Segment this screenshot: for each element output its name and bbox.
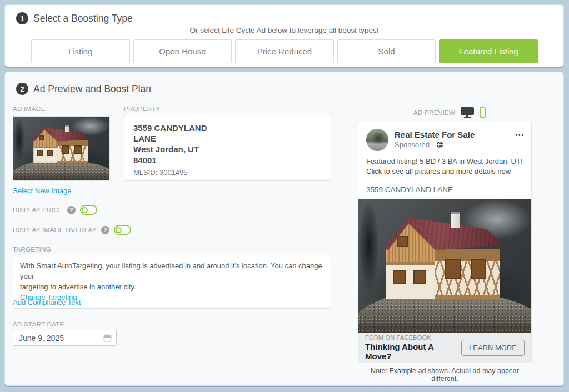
thumb-house-illustration bbox=[33, 129, 88, 163]
globe-icon bbox=[436, 141, 443, 148]
ad-preview-note: Note: Example ad shown. Actual ad may ap… bbox=[358, 367, 532, 383]
ad-start-date-field-wrap bbox=[13, 330, 117, 346]
property-label: PROPERTY bbox=[124, 105, 160, 112]
sponsored-text: Sponsored · bbox=[395, 140, 434, 149]
toggle-knob bbox=[116, 227, 122, 233]
ad-card-header: Real Estate For Sale Sponsored · ••• bbox=[358, 122, 531, 151]
ad-preview-label: AD PREVIEW bbox=[413, 109, 455, 116]
calendar-icon[interactable] bbox=[103, 334, 112, 342]
creative-house-illustration bbox=[386, 222, 500, 299]
targeting-description: With Smart AutoTargeting, your listing i… bbox=[20, 261, 324, 293]
boost-type-button[interactable]: Featured Listing bbox=[439, 39, 538, 63]
advertiser-avatar bbox=[366, 129, 388, 151]
ad-image-thumbnail bbox=[13, 116, 110, 181]
ad-form-headline: Thinking About A Move? bbox=[365, 342, 461, 361]
display-price-label: DISPLAY PRICE bbox=[13, 207, 63, 213]
advertiser-page-name: Real Estate For Sale bbox=[395, 129, 515, 139]
add-compliance-text-link[interactable]: Add Compliance Text bbox=[13, 298, 81, 306]
boost-type-buttons: ListingOpen HousePrice ReducedSoldFeatur… bbox=[31, 39, 538, 63]
sponsored-line: Sponsored · bbox=[395, 140, 515, 149]
property-address: 3559 CANDYLAND LANE West Jordan, UT 8400… bbox=[133, 123, 322, 165]
step1-title: Select a Boosting Type bbox=[33, 13, 133, 24]
ad-start-date-input[interactable] bbox=[19, 334, 103, 343]
form-on-facebook-label: FORM ON FACEBOOK bbox=[365, 334, 461, 341]
display-image-overlay-label: DISPLAY IMAGE OVERLAY bbox=[13, 227, 97, 233]
boosting-subtitle: Or select Life Cycle Ad below to leverag… bbox=[5, 26, 563, 34]
toggle-knob bbox=[82, 207, 88, 213]
ad-start-date-field[interactable] bbox=[13, 330, 117, 346]
display-image-overlay-row: DISPLAY IMAGE OVERLAY ? bbox=[13, 225, 131, 235]
ad-preview-header: AD PREVIEW bbox=[413, 107, 486, 118]
step2-header: 2 Ad Preview and Boost Plan bbox=[16, 83, 151, 95]
ad-body-text: Featured listing! 5 BD / 3 BA in West Jo… bbox=[358, 151, 531, 177]
property-box: 3559 CANDYLAND LANE West Jordan, UT 8400… bbox=[124, 115, 331, 181]
ad-image-label: AD IMAGE bbox=[13, 105, 46, 112]
display-price-toggle[interactable] bbox=[80, 205, 97, 215]
boost-type-button[interactable]: Open House bbox=[133, 39, 232, 63]
display-price-help-icon[interactable]: ? bbox=[67, 206, 76, 214]
boost-type-button[interactable]: Price Reduced bbox=[235, 39, 334, 63]
display-image-overlay-toggle[interactable] bbox=[114, 225, 131, 235]
facebook-ad-card: Real Estate For Sale Sponsored · ••• Fea… bbox=[358, 122, 532, 363]
ad-footer-bar: FORM ON FACEBOOK Thinking About A Move? … bbox=[358, 333, 531, 363]
ad-preview-boost-plan-panel: 2 Ad Preview and Boost Plan AD IMAGE Sel… bbox=[4, 72, 564, 386]
boost-type-button[interactable]: Sold bbox=[337, 39, 436, 63]
display-price-row: DISPLAY PRICE ? bbox=[13, 205, 97, 215]
ad-creative-image bbox=[358, 199, 531, 333]
ad-start-date-label: AD START DATE bbox=[13, 321, 64, 328]
ad-options-menu-icon[interactable]: ••• bbox=[515, 129, 525, 138]
boosting-type-panel: 1 Select a Boosting Type Or select Life … bbox=[4, 4, 564, 67]
select-new-image-link[interactable]: Select New Image bbox=[13, 187, 72, 195]
step1-header: 1 Select a Boosting Type bbox=[5, 5, 563, 24]
display-image-overlay-help-icon[interactable]: ? bbox=[101, 226, 109, 234]
step2-number-badge: 2 bbox=[16, 83, 28, 95]
step1-number-badge: 1 bbox=[16, 12, 28, 24]
step2-title: Ad Preview and Boost Plan bbox=[33, 83, 151, 95]
ad-address-line: 3559 CANDYLAND LANE bbox=[358, 177, 531, 199]
boost-type-button[interactable]: Listing bbox=[31, 39, 130, 63]
learn-more-button[interactable]: LEARN MORE bbox=[461, 340, 525, 356]
targeting-label: TARGETING bbox=[13, 246, 51, 253]
desktop-preview-icon[interactable] bbox=[461, 107, 474, 118]
property-mlsid: MLSID: 3001495 bbox=[133, 168, 322, 177]
mobile-preview-icon[interactable] bbox=[480, 107, 486, 118]
